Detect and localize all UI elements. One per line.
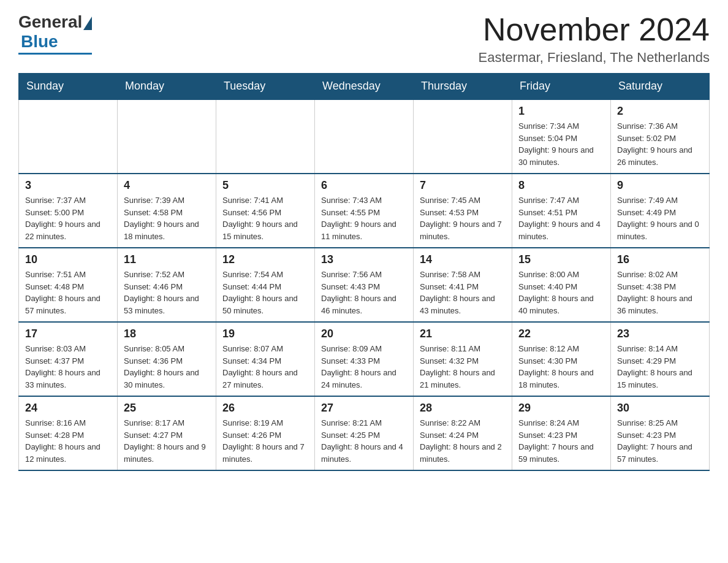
calendar-cell: 24Sunrise: 8:16 AMSunset: 4:28 PMDayligh… xyxy=(19,396,118,470)
month-title: November 2024 xyxy=(479,12,710,47)
day-info: Sunrise: 7:41 AMSunset: 4:56 PMDaylight:… xyxy=(222,194,308,242)
day-number: 3 xyxy=(25,179,111,192)
col-wednesday: Wednesday xyxy=(315,74,414,100)
day-info: Sunrise: 8:17 AMSunset: 4:27 PMDaylight:… xyxy=(124,417,210,465)
calendar-cell: 6Sunrise: 7:43 AMSunset: 4:55 PMDaylight… xyxy=(315,174,414,248)
col-thursday: Thursday xyxy=(414,74,512,100)
day-info: Sunrise: 8:25 AMSunset: 4:23 PMDaylight:… xyxy=(617,417,703,465)
day-info: Sunrise: 7:43 AMSunset: 4:55 PMDaylight:… xyxy=(321,194,407,242)
day-info: Sunrise: 7:45 AMSunset: 4:53 PMDaylight:… xyxy=(420,194,506,242)
day-number: 9 xyxy=(617,179,703,192)
day-number: 19 xyxy=(222,327,308,340)
day-info: Sunrise: 7:54 AMSunset: 4:44 PMDaylight:… xyxy=(222,269,308,316)
day-number: 6 xyxy=(321,179,407,192)
calendar-week-5: 24Sunrise: 8:16 AMSunset: 4:28 PMDayligh… xyxy=(19,396,710,470)
day-number: 12 xyxy=(222,253,308,266)
calendar-week-3: 10Sunrise: 7:51 AMSunset: 4:48 PMDayligh… xyxy=(19,248,710,322)
location-subtitle: Eastermar, Friesland, The Netherlands xyxy=(479,50,710,66)
day-number: 5 xyxy=(222,179,308,192)
day-number: 24 xyxy=(25,402,111,415)
calendar-cell: 13Sunrise: 7:56 AMSunset: 4:43 PMDayligh… xyxy=(315,248,414,322)
day-number: 13 xyxy=(321,253,407,266)
calendar-cell: 8Sunrise: 7:47 AMSunset: 4:51 PMDaylight… xyxy=(512,174,611,248)
day-info: Sunrise: 7:56 AMSunset: 4:43 PMDaylight:… xyxy=(321,269,407,316)
day-info: Sunrise: 7:51 AMSunset: 4:48 PMDaylight:… xyxy=(25,269,111,316)
day-info: Sunrise: 7:52 AMSunset: 4:46 PMDaylight:… xyxy=(124,269,210,316)
calendar-cell: 27Sunrise: 8:21 AMSunset: 4:25 PMDayligh… xyxy=(315,396,414,470)
calendar-cell: 14Sunrise: 7:58 AMSunset: 4:41 PMDayligh… xyxy=(414,248,512,322)
day-number: 2 xyxy=(617,105,703,118)
col-tuesday: Tuesday xyxy=(216,74,315,100)
calendar-header-row: Sunday Monday Tuesday Wednesday Thursday… xyxy=(19,74,710,100)
page-header: General Blue November 2024 Eastermar, Fr… xyxy=(18,12,710,66)
col-friday: Friday xyxy=(512,74,611,100)
calendar-cell xyxy=(315,99,414,174)
calendar-cell xyxy=(414,99,512,174)
day-number: 20 xyxy=(321,327,407,340)
day-info: Sunrise: 8:22 AMSunset: 4:24 PMDaylight:… xyxy=(420,417,506,465)
logo-triangle-icon xyxy=(83,17,92,30)
day-number: 27 xyxy=(321,402,407,415)
calendar-cell: 3Sunrise: 7:37 AMSunset: 5:00 PMDaylight… xyxy=(19,174,118,248)
calendar-cell xyxy=(216,99,315,174)
calendar-cell: 2Sunrise: 7:36 AMSunset: 5:02 PMDaylight… xyxy=(611,99,710,174)
day-info: Sunrise: 7:47 AMSunset: 4:51 PMDaylight:… xyxy=(518,194,604,242)
day-number: 16 xyxy=(617,253,703,266)
calendar-cell: 4Sunrise: 7:39 AMSunset: 4:58 PMDaylight… xyxy=(118,174,216,248)
day-number: 11 xyxy=(124,253,210,266)
calendar-cell: 10Sunrise: 7:51 AMSunset: 4:48 PMDayligh… xyxy=(19,248,118,322)
calendar-cell: 26Sunrise: 8:19 AMSunset: 4:26 PMDayligh… xyxy=(216,396,315,470)
day-info: Sunrise: 8:19 AMSunset: 4:26 PMDaylight:… xyxy=(222,417,308,465)
day-info: Sunrise: 8:00 AMSunset: 4:40 PMDaylight:… xyxy=(518,269,604,316)
col-saturday: Saturday xyxy=(611,74,710,100)
calendar-cell: 21Sunrise: 8:11 AMSunset: 4:32 PMDayligh… xyxy=(414,322,512,396)
logo-blue-text: Blue xyxy=(21,32,58,52)
day-number: 29 xyxy=(518,402,604,415)
calendar-cell: 7Sunrise: 7:45 AMSunset: 4:53 PMDaylight… xyxy=(414,174,512,248)
calendar-cell: 19Sunrise: 8:07 AMSunset: 4:34 PMDayligh… xyxy=(216,322,315,396)
day-number: 23 xyxy=(617,327,703,340)
title-section: November 2024 Eastermar, Friesland, The … xyxy=(479,12,710,66)
calendar-cell: 17Sunrise: 8:03 AMSunset: 4:37 PMDayligh… xyxy=(19,322,118,396)
day-number: 18 xyxy=(124,327,210,340)
day-info: Sunrise: 8:24 AMSunset: 4:23 PMDaylight:… xyxy=(518,417,604,465)
calendar-week-2: 3Sunrise: 7:37 AMSunset: 5:00 PMDaylight… xyxy=(19,174,710,248)
calendar-cell: 18Sunrise: 8:05 AMSunset: 4:36 PMDayligh… xyxy=(118,322,216,396)
calendar-cell: 5Sunrise: 7:41 AMSunset: 4:56 PMDaylight… xyxy=(216,174,315,248)
day-info: Sunrise: 8:12 AMSunset: 4:30 PMDaylight:… xyxy=(518,343,604,391)
calendar-cell: 11Sunrise: 7:52 AMSunset: 4:46 PMDayligh… xyxy=(118,248,216,322)
day-number: 21 xyxy=(420,327,506,340)
day-number: 10 xyxy=(25,253,111,266)
day-number: 25 xyxy=(124,402,210,415)
day-info: Sunrise: 8:05 AMSunset: 4:36 PMDaylight:… xyxy=(124,343,210,391)
calendar-cell: 30Sunrise: 8:25 AMSunset: 4:23 PMDayligh… xyxy=(611,396,710,470)
calendar-cell xyxy=(19,99,118,174)
day-number: 7 xyxy=(420,179,506,192)
day-info: Sunrise: 8:11 AMSunset: 4:32 PMDaylight:… xyxy=(420,343,506,391)
day-info: Sunrise: 8:14 AMSunset: 4:29 PMDaylight:… xyxy=(617,343,703,391)
logo-underline xyxy=(18,53,92,55)
day-info: Sunrise: 8:02 AMSunset: 4:38 PMDaylight:… xyxy=(617,269,703,316)
day-info: Sunrise: 8:16 AMSunset: 4:28 PMDaylight:… xyxy=(25,417,111,465)
day-info: Sunrise: 8:09 AMSunset: 4:33 PMDaylight:… xyxy=(321,343,407,391)
day-number: 26 xyxy=(222,402,308,415)
day-number: 14 xyxy=(420,253,506,266)
calendar-cell: 1Sunrise: 7:34 AMSunset: 5:04 PMDaylight… xyxy=(512,99,611,174)
calendar-week-4: 17Sunrise: 8:03 AMSunset: 4:37 PMDayligh… xyxy=(19,322,710,396)
day-info: Sunrise: 8:07 AMSunset: 4:34 PMDaylight:… xyxy=(222,343,308,391)
day-info: Sunrise: 7:58 AMSunset: 4:41 PMDaylight:… xyxy=(420,269,506,316)
col-monday: Monday xyxy=(118,74,216,100)
calendar-cell: 20Sunrise: 8:09 AMSunset: 4:33 PMDayligh… xyxy=(315,322,414,396)
logo-general-text: General xyxy=(18,12,82,32)
calendar-cell: 23Sunrise: 8:14 AMSunset: 4:29 PMDayligh… xyxy=(611,322,710,396)
day-number: 4 xyxy=(124,179,210,192)
day-number: 8 xyxy=(518,179,604,192)
day-info: Sunrise: 8:03 AMSunset: 4:37 PMDaylight:… xyxy=(25,343,111,391)
logo: General Blue xyxy=(18,12,92,55)
day-info: Sunrise: 7:36 AMSunset: 5:02 PMDaylight:… xyxy=(617,120,703,168)
calendar-cell: 22Sunrise: 8:12 AMSunset: 4:30 PMDayligh… xyxy=(512,322,611,396)
day-info: Sunrise: 7:49 AMSunset: 4:49 PMDaylight:… xyxy=(617,194,703,242)
calendar-cell: 16Sunrise: 8:02 AMSunset: 4:38 PMDayligh… xyxy=(611,248,710,322)
calendar-cell: 12Sunrise: 7:54 AMSunset: 4:44 PMDayligh… xyxy=(216,248,315,322)
calendar-cell xyxy=(118,99,216,174)
